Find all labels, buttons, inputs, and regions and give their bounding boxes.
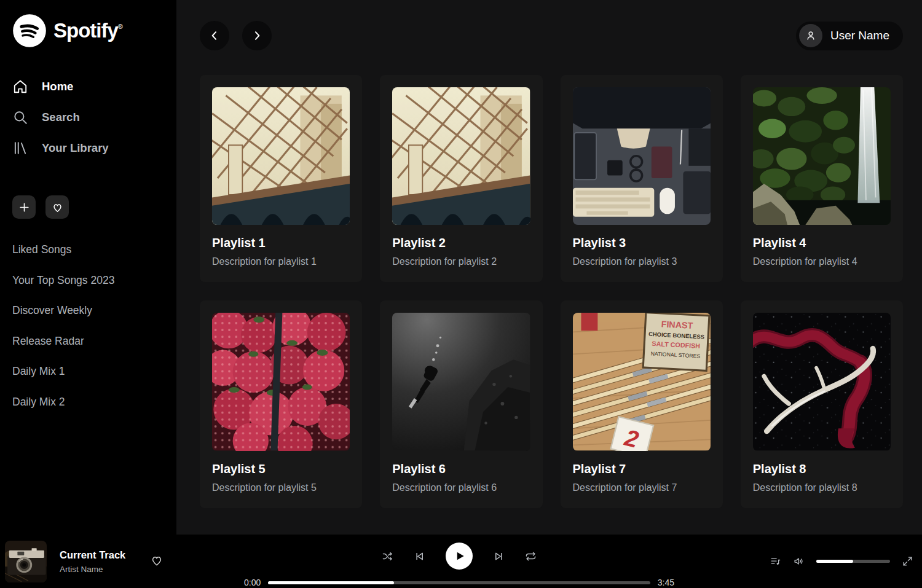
like-track-button[interactable] <box>150 554 164 569</box>
sidebar-item-label: Home <box>42 80 73 93</box>
skip-previous-icon <box>414 551 425 562</box>
progress-fill <box>268 581 394 584</box>
playlist-title: Playlist 8 <box>753 462 891 476</box>
chevron-right-icon <box>251 29 263 42</box>
now-playing: Current Track Artist Name <box>0 541 244 582</box>
repeat-icon <box>525 551 537 562</box>
playlist-description: Description for playlist 1 <box>212 256 350 267</box>
playlist-5-cover-image <box>212 313 350 450</box>
brand-name: Spotify® <box>53 19 122 42</box>
player-bar: Current Track Artist Name <box>0 535 922 588</box>
vintage-camera-art <box>5 541 47 582</box>
playlist-card-8[interactable]: Playlist 8 Description for playlist 8 <box>741 300 903 508</box>
heart-icon <box>150 554 164 567</box>
elapsed-time: 0:00 <box>244 578 261 587</box>
playlist-description: Description for playlist 6 <box>392 482 530 493</box>
playlist-title: Playlist 4 <box>753 236 891 250</box>
player-right-controls <box>674 555 922 567</box>
playlist-6-cover-image <box>392 313 530 450</box>
chevron-left-icon <box>208 29 221 42</box>
topbar: User Name <box>200 21 903 50</box>
shuffle-icon <box>382 551 393 562</box>
sidebar-playlist-item[interactable]: Release Radar <box>12 326 164 357</box>
sidebar: Spotify® Home Search <box>0 0 176 535</box>
skip-next-icon <box>493 551 505 562</box>
playlist-card-6[interactable]: Playlist 6 Description for playlist 6 <box>380 300 542 508</box>
user-name: User Name <box>830 29 889 42</box>
sidebar-playlist-item[interactable]: Your Top Songs 2023 <box>12 265 164 296</box>
fullscreen-icon <box>902 555 913 567</box>
spotify-logo: Spotify® <box>12 14 164 48</box>
forward-button[interactable] <box>242 21 272 50</box>
track-title: Current Track <box>60 549 125 561</box>
playlist-8-cover-image <box>753 313 891 450</box>
playlist-7-cover-image: FINAST CHOICE BONELESS SALT CODFISH NATI… <box>573 313 711 450</box>
sidebar-playlists: Liked Songs Your Top Songs 2023 Discover… <box>12 235 164 417</box>
sidebar-item-label: Your Library <box>42 141 109 155</box>
search-icon <box>12 109 28 125</box>
sidebar-actions <box>12 195 164 219</box>
playlist-description: Description for playlist 5 <box>212 482 350 493</box>
previous-track-button[interactable] <box>414 551 425 562</box>
playlist-card-1[interactable]: Playlist 1 Description for playlist 1 <box>200 75 362 282</box>
playlist-card-5[interactable]: Playlist 5 Description for playlist 5 <box>200 300 362 508</box>
playlist-title: Playlist 6 <box>392 462 530 476</box>
playlist-title: Playlist 3 <box>573 236 711 250</box>
playlist-description: Description for playlist 4 <box>753 256 891 267</box>
spotify-app: Spotify® Home Search <box>0 0 922 588</box>
home-icon <box>12 79 28 95</box>
playlist-description: Description for playlist 3 <box>573 256 711 267</box>
svg-text:FINAST: FINAST <box>661 319 693 331</box>
duration-time: 3:45 <box>658 578 674 587</box>
playlist-card-4[interactable]: Playlist 4 Description for playlist 4 <box>741 75 903 282</box>
sidebar-playlist-item[interactable]: Liked Songs <box>12 235 164 265</box>
playlist-title: Playlist 1 <box>212 236 350 250</box>
fullscreen-button[interactable] <box>902 555 913 567</box>
queue-icon <box>770 555 781 567</box>
sidebar-nav: Home Search Your Library <box>12 71 164 163</box>
queue-button[interactable] <box>770 555 781 567</box>
playlist-grid: Playlist 1 Description for playlist 1 <box>200 75 903 508</box>
sidebar-item-home[interactable]: Home <box>12 71 164 102</box>
user-icon <box>805 29 817 42</box>
shuffle-button[interactable] <box>382 551 393 562</box>
user-menu-button[interactable]: User Name <box>796 22 903 50</box>
artist-name: Artist Name <box>60 565 125 574</box>
playlist-title: Playlist 2 <box>392 236 530 250</box>
playlist-title: Playlist 7 <box>573 462 711 476</box>
sidebar-playlist-item[interactable]: Discover Weekly <box>12 296 164 326</box>
back-button[interactable] <box>200 21 229 50</box>
repeat-button[interactable] <box>525 551 537 562</box>
sidebar-item-your-library[interactable]: Your Library <box>12 133 164 163</box>
spotify-logo-icon <box>12 14 47 48</box>
playlist-description: Description for playlist 7 <box>573 482 711 493</box>
playlist-card-2[interactable]: Playlist 2 Description for playlist 2 <box>380 75 542 282</box>
progress-bar[interactable] <box>268 581 650 584</box>
playlist-title: Playlist 5 <box>212 462 350 476</box>
volume-button[interactable] <box>793 555 805 567</box>
playlist-4-cover-image <box>753 87 891 225</box>
plus-icon <box>18 202 30 213</box>
next-track-button[interactable] <box>493 551 505 562</box>
main-content: User Name <box>176 0 922 535</box>
playlist-3-cover-image <box>573 87 711 225</box>
album-art <box>5 541 47 582</box>
playlist-card-7[interactable]: FINAST CHOICE BONELESS SALT CODFISH NATI… <box>561 300 723 508</box>
play-icon <box>454 550 466 562</box>
registered-mark: ® <box>118 23 122 30</box>
liked-songs-button[interactable] <box>45 195 69 219</box>
create-playlist-button[interactable] <box>12 195 36 219</box>
playlist-2-cover-image <box>392 87 530 225</box>
volume-fill <box>816 560 853 563</box>
playlist-description: Description for playlist 2 <box>392 256 530 267</box>
volume-slider[interactable] <box>816 560 890 563</box>
playlist-1-cover-image <box>212 87 350 225</box>
sidebar-playlist-item[interactable]: Daily Mix 2 <box>12 387 164 418</box>
sidebar-playlist-item[interactable]: Daily Mix 1 <box>12 356 164 387</box>
avatar <box>799 24 822 47</box>
playlist-card-3[interactable]: Playlist 3 Description for playlist 3 <box>561 75 723 282</box>
volume-icon <box>793 555 805 567</box>
library-icon <box>12 140 28 156</box>
sidebar-item-search[interactable]: Search <box>12 102 164 133</box>
play-button[interactable] <box>446 543 473 570</box>
